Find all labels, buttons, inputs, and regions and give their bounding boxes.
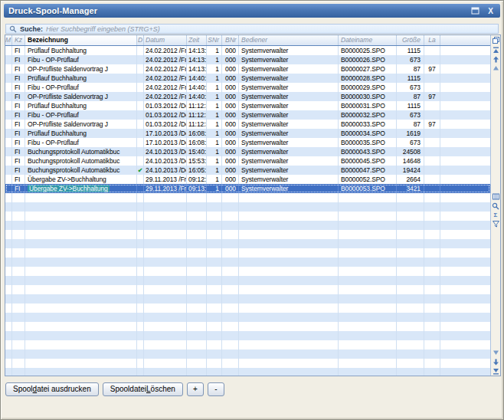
cell-datei: B0000030.SPO bbox=[339, 92, 397, 101]
scroll-up-icon[interactable] bbox=[492, 64, 500, 73]
search-icon[interactable] bbox=[492, 202, 500, 211]
scroll-to-bottom-icon[interactable] bbox=[492, 366, 500, 376]
table-row[interactable]: FIPrüflauf Buchhaltung17.10.2013 /Do16:0… bbox=[5, 129, 490, 138]
column-header-bnr[interactable]: BNr bbox=[222, 35, 239, 45]
filter-icon[interactable] bbox=[492, 220, 500, 229]
table-row-empty[interactable] bbox=[5, 239, 490, 248]
cell-bediener: Systemverwalter bbox=[239, 110, 339, 120]
cell-datei bbox=[339, 294, 397, 304]
cell-d bbox=[137, 147, 144, 156]
column-header-snr[interactable]: SNr bbox=[207, 35, 222, 45]
table-row-empty[interactable] bbox=[5, 340, 490, 349]
table-row[interactable]: FIOP-Prüfliste Saldenvortrag J24.02.2012… bbox=[5, 92, 490, 101]
plus-button[interactable]: + bbox=[187, 382, 204, 396]
table-row-empty[interactable] bbox=[5, 359, 490, 368]
column-header-kz[interactable]: Kz bbox=[12, 35, 25, 45]
cell-bediener bbox=[239, 267, 339, 276]
cell-datum: 29.11.2013 /Fr bbox=[144, 175, 187, 184]
cell-d bbox=[137, 322, 144, 331]
delete-spool-file-button[interactable]: Spooldatei Löschen bbox=[103, 382, 183, 396]
cell-bediener: Systemverwalter bbox=[239, 129, 339, 138]
cell-filler bbox=[440, 202, 490, 212]
table-row[interactable]: FIFibu - OP-Prüflauf01.03.2012 /Do11:12:… bbox=[5, 110, 490, 120]
cell-datei: B0000028.SPO bbox=[339, 74, 397, 83]
table-row-empty[interactable] bbox=[5, 267, 490, 276]
table-row-empty[interactable] bbox=[5, 193, 490, 202]
table-row[interactable]: FIPrüflauf Buchhaltung01.03.2012 /Do11:1… bbox=[5, 101, 490, 110]
column-select-icon[interactable] bbox=[492, 35, 500, 45]
column-header-bediener[interactable]: Bediener bbox=[239, 35, 339, 45]
cell-name bbox=[25, 331, 137, 340]
scroll-page-down-icon[interactable] bbox=[492, 357, 500, 366]
table-row-empty[interactable] bbox=[5, 331, 490, 340]
cell-bnr: 000 bbox=[222, 166, 239, 175]
table-row-empty[interactable] bbox=[5, 313, 490, 322]
table-row-empty[interactable] bbox=[5, 221, 490, 230]
table-row-empty[interactable] bbox=[5, 349, 490, 359]
column-header-d[interactable]: D bbox=[137, 35, 144, 45]
cell-kz: FI bbox=[12, 46, 25, 55]
table-row-empty[interactable] bbox=[5, 276, 490, 285]
cell-filler bbox=[440, 212, 490, 221]
table-row[interactable]: FIÜbergabe ZV->Buchhaltung29.11.2013 /Fr… bbox=[5, 175, 490, 184]
cell-name: Fibu - OP-Prüflauf bbox=[25, 83, 137, 92]
search-bar[interactable]: Suche: Hier Suchbegriff eingeben (STRG+S… bbox=[5, 24, 499, 34]
table-row-empty[interactable] bbox=[5, 230, 490, 239]
scroll-page-up-icon[interactable] bbox=[492, 54, 500, 64]
table-row-empty[interactable] bbox=[5, 322, 490, 331]
cell-d bbox=[137, 74, 144, 83]
search-label: Suche: bbox=[20, 25, 43, 33]
table-row-empty[interactable] bbox=[5, 304, 490, 313]
cell-name: Buchungsprotokoll Automatikbuc bbox=[25, 147, 137, 156]
cell-m bbox=[5, 349, 12, 359]
table-row-empty[interactable] bbox=[5, 285, 490, 294]
table-row[interactable]: FIFibu - OP-Prüflauf24.02.2012 /Fr14:13:… bbox=[5, 55, 490, 64]
cell-datum bbox=[144, 230, 187, 239]
sum-icon[interactable]: Σ bbox=[492, 211, 500, 220]
cell-groesse bbox=[397, 359, 424, 368]
table-row[interactable]: FIFibu - OP-Prüflauf24.02.2012 /Fr14:40:… bbox=[5, 83, 490, 92]
cell-la bbox=[424, 101, 440, 110]
table-row[interactable]: FIOP-Prüfliste Saldenvortrag J24.02.2012… bbox=[5, 64, 490, 74]
column-header-groesse[interactable]: Größe bbox=[397, 35, 424, 45]
minus-button[interactable]: - bbox=[208, 382, 224, 396]
cell-zeit: 16:08:26 bbox=[187, 129, 207, 138]
table-row-empty[interactable] bbox=[5, 258, 490, 267]
table-row[interactable]: FIBuchungsprotokoll Automatikbuc24.10.20… bbox=[5, 147, 490, 156]
column-header-la[interactable]: La bbox=[424, 35, 440, 45]
table-row-empty[interactable] bbox=[5, 294, 490, 304]
cell-zeit bbox=[187, 212, 207, 221]
print-spool-file-button[interactable]: Spooldatei ausdrucken bbox=[5, 382, 99, 396]
cell-bediener bbox=[239, 193, 339, 202]
close-icon[interactable]: X bbox=[486, 6, 496, 15]
table-row[interactable]: FIPrüflauf Buchhaltung24.02.2012 /Fr14:4… bbox=[5, 74, 490, 83]
restore-window-icon[interactable] bbox=[470, 6, 480, 15]
table-row-empty[interactable] bbox=[5, 248, 490, 258]
table-row[interactable]: FIBuchungsprotokoll Automatikbuc✔24.10.2… bbox=[5, 166, 490, 175]
record-list-icon[interactable] bbox=[492, 192, 500, 202]
table-row[interactable]: FIÜbergabe ZV->Buchhaltung29.11.2013 /Fr… bbox=[5, 184, 490, 193]
scroll-to-top-icon[interactable] bbox=[492, 45, 500, 54]
cell-d bbox=[137, 55, 144, 64]
cell-m bbox=[5, 331, 12, 340]
table-row[interactable]: FIPrüflauf Buchhaltung24.02.2012 /Fr14:1… bbox=[5, 46, 490, 55]
table-row[interactable]: FIOP-Prüfliste Saldenvortrag J01.03.2012… bbox=[5, 120, 490, 129]
table-row-empty[interactable] bbox=[5, 368, 490, 376]
column-header-datei[interactable]: Dateiname bbox=[339, 35, 397, 45]
cell-datei: B0000027.SPO bbox=[339, 64, 397, 74]
cell-kz: FI bbox=[12, 166, 25, 175]
table-row-empty[interactable] bbox=[5, 202, 490, 212]
cell-bediener bbox=[239, 230, 339, 239]
table-main: MKzBezeichnungDDatumZeitSNrBNrBedienerDa… bbox=[5, 35, 490, 376]
cell-bnr: 000 bbox=[222, 92, 239, 101]
cell-kz bbox=[12, 212, 25, 221]
column-header-name[interactable]: Bezeichnung bbox=[25, 35, 137, 45]
column-header-m[interactable]: M bbox=[5, 35, 12, 45]
table-row-empty[interactable] bbox=[5, 212, 490, 221]
column-header-zeit[interactable]: Zeit bbox=[187, 35, 207, 45]
cell-groesse: 3421 bbox=[397, 184, 424, 193]
table-row[interactable]: FIBuchungsprotokoll Automatikbuc24.10.20… bbox=[5, 156, 490, 166]
table-row[interactable]: FIFibu - OP-Prüflauf17.10.2013 /Do16:08:… bbox=[5, 138, 490, 147]
scroll-down-icon[interactable] bbox=[492, 348, 500, 357]
column-header-datum[interactable]: Datum bbox=[144, 35, 187, 45]
